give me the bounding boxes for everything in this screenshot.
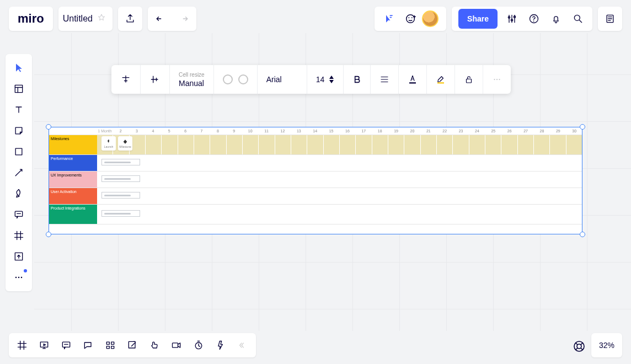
activity-button[interactable] [210,334,232,356]
svg-point-27 [496,79,498,80]
stepper-up-icon[interactable] [329,75,334,79]
align-button[interactable] [371,65,399,94]
svg-point-38 [195,342,202,349]
frame-tool[interactable] [8,225,30,246]
svg-rect-15 [15,148,22,155]
zoom-level[interactable]: 32% [591,333,622,357]
svg-rect-36 [129,341,135,348]
lock-button[interactable] [455,65,483,94]
svg-point-11 [574,15,580,20]
svg-rect-25 [467,79,472,83]
svg-rect-14 [15,85,22,92]
selection-frame [49,127,582,234]
svg-rect-30 [40,342,47,347]
svg-marker-13 [16,64,22,72]
chat-button[interactable] [77,334,99,356]
svg-point-26 [494,79,495,80]
context-toolbar: Cell resize Manual Arial 14 [111,65,511,94]
svg-rect-35 [111,346,114,349]
svg-point-20 [21,277,23,279]
settings-button[interactable] [501,8,523,30]
border-color-swatch[interactable] [238,74,248,84]
resize-handle[interactable] [46,232,51,237]
shape-tool[interactable] [8,141,30,162]
help-button[interactable] [523,8,545,30]
resize-handle[interactable] [580,232,585,237]
connector-tool[interactable] [8,162,30,183]
favorite-star-icon[interactable] [97,13,106,24]
color-picker[interactable] [214,65,258,94]
svg-point-39 [574,341,584,351]
user-avatar[interactable] [422,10,439,27]
fill-color-swatch[interactable] [223,74,233,84]
frames-panel[interactable] [11,334,33,356]
comment-tool[interactable] [8,204,30,225]
more-tools[interactable] [8,267,30,288]
svg-rect-33 [106,346,109,349]
svg-point-28 [499,79,500,80]
templates-tool[interactable] [8,78,30,99]
svg-point-4 [408,17,409,18]
cell-resize-dropdown[interactable]: Cell resize Manual [170,65,214,94]
video-button[interactable] [165,334,188,356]
collapse-button[interactable] [232,334,254,356]
search-button[interactable] [567,8,589,30]
svg-point-8 [514,16,515,18]
logo[interactable]: miro [9,12,53,26]
svg-rect-16 [15,211,22,216]
board-title[interactable]: Untitled [63,14,93,24]
comments-panel[interactable] [55,334,77,356]
notes-button[interactable] [598,7,622,31]
cursor-tracking-icon[interactable] [378,8,400,30]
svg-point-18 [15,277,17,279]
svg-rect-32 [106,342,109,344]
undo-button[interactable] [148,7,172,31]
present-button[interactable] [33,334,55,356]
highlight-button[interactable] [427,65,455,94]
sticky-tool[interactable] [8,120,30,141]
cell-resize-value: Manual [179,79,204,88]
svg-rect-31 [62,342,69,347]
screenshare-button[interactable] [121,334,143,356]
svg-rect-24 [437,82,444,83]
text-color-button[interactable] [399,65,427,94]
svg-point-9 [530,15,538,23]
svg-point-6 [508,17,510,18]
cell-resize-caption: Cell resize [179,72,205,78]
export-button[interactable] [118,7,142,31]
timer-button[interactable] [188,334,210,356]
bottom-toolbar [9,333,256,357]
svg-point-7 [511,19,512,21]
svg-point-10 [533,20,534,22]
bold-button[interactable] [344,65,371,94]
font-dropdown[interactable]: Arial [258,65,307,94]
svg-point-19 [18,277,20,279]
notifications-button[interactable] [545,8,567,30]
cards-button[interactable] [99,334,121,356]
select-tool[interactable] [8,57,30,78]
help-fab[interactable] [571,339,587,354]
svg-marker-22 [329,80,334,83]
insert-row-after[interactable] [141,65,170,94]
pen-tool[interactable] [8,183,30,204]
svg-rect-17 [15,253,22,260]
upload-tool[interactable] [8,246,30,267]
stepper-down-icon[interactable] [329,79,334,84]
svg-rect-34 [111,342,114,344]
svg-marker-21 [329,76,334,79]
font-size-stepper[interactable]: 14 [307,65,344,94]
share-button[interactable]: Share [458,9,498,29]
svg-point-40 [577,344,581,349]
redo-button[interactable] [172,7,196,31]
resize-handle[interactable] [46,124,51,130]
svg-rect-12 [607,15,613,22]
more-options[interactable] [483,65,511,94]
voting-button[interactable] [143,334,165,356]
resize-handle[interactable] [580,124,585,130]
svg-rect-23 [409,82,416,83]
left-toolbar [6,54,32,291]
svg-point-5 [411,17,413,18]
insert-row-before[interactable] [111,65,141,94]
reactions-button[interactable] [400,8,422,30]
text-tool[interactable] [8,99,30,120]
